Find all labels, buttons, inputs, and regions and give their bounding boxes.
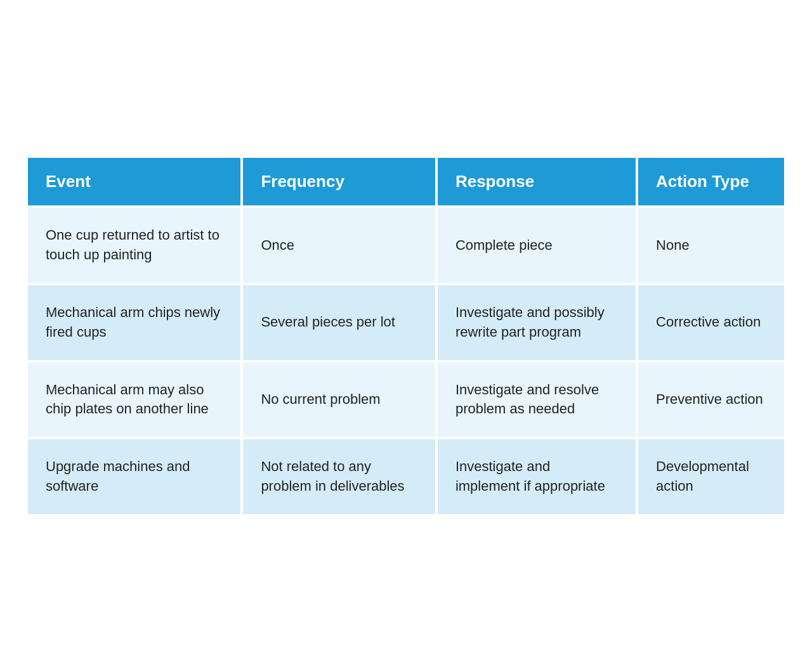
col-header-action-type: Action Type xyxy=(638,158,784,205)
table-row: One cup returned to artist to touch up p… xyxy=(28,208,784,283)
cell-frequency-3: Not related to any problem in deliverabl… xyxy=(243,439,435,514)
table-row: Mechanical arm chips newly fired cupsSev… xyxy=(28,285,784,360)
cell-event-2: Mechanical arm may also chip plates on a… xyxy=(28,363,240,437)
header-row: Event Frequency Response Action Type xyxy=(28,158,784,205)
cell-action_type-1: Corrective action xyxy=(638,285,784,360)
cell-event-0: One cup returned to artist to touch up p… xyxy=(28,208,240,283)
cell-action_type-0: None xyxy=(638,208,784,283)
cell-response-2: Investigate and resolve problem as neede… xyxy=(438,363,636,437)
cell-action_type-3: Developmental action xyxy=(638,439,784,514)
col-header-response: Response xyxy=(438,158,636,205)
cell-frequency-1: Several pieces per lot xyxy=(243,285,435,360)
main-table-wrapper: Event Frequency Response Action Type One… xyxy=(25,155,787,516)
cell-frequency-0: Once xyxy=(243,208,435,283)
cell-response-0: Complete piece xyxy=(438,208,636,283)
table-row: Upgrade machines and softwareNot related… xyxy=(28,439,784,514)
cell-event-1: Mechanical arm chips newly fired cups xyxy=(28,285,240,360)
action-table: Event Frequency Response Action Type One… xyxy=(25,155,787,516)
cell-action_type-2: Preventive action xyxy=(638,363,784,437)
col-header-event: Event xyxy=(28,158,240,205)
cell-response-1: Investigate and possibly rewrite part pr… xyxy=(438,285,636,360)
col-header-frequency: Frequency xyxy=(243,158,435,205)
cell-event-3: Upgrade machines and software xyxy=(28,439,240,514)
cell-frequency-2: No current problem xyxy=(243,363,435,437)
table-row: Mechanical arm may also chip plates on a… xyxy=(28,363,784,437)
cell-response-3: Investigate and implement if appropriate xyxy=(438,439,636,514)
table-body: One cup returned to artist to touch up p… xyxy=(28,208,784,514)
